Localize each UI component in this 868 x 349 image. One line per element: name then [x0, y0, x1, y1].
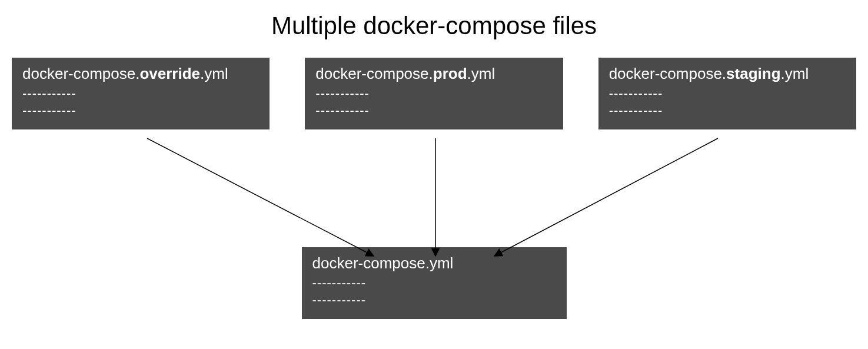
file-content-placeholder: -----------	[315, 85, 552, 102]
filename-override: docker-compose.override.yml	[22, 65, 259, 83]
arrow-staging-to-base	[494, 138, 718, 256]
filename-base: docker-compose.yml	[312, 254, 556, 272]
filename-prefix: docker-compose.	[315, 65, 433, 82]
file-box-base: docker-compose.yml ----------- ---------…	[302, 247, 567, 319]
file-content-placeholder: -----------	[22, 102, 259, 119]
file-content-placeholder: -----------	[312, 275, 556, 292]
filename-staging: docker-compose.staging.yml	[609, 65, 846, 83]
filename-bold: override	[139, 65, 200, 82]
filename-bold: staging	[726, 65, 780, 82]
file-content-placeholder: -----------	[609, 102, 846, 119]
file-box-prod: docker-compose.prod.yml ----------- ----…	[305, 58, 563, 129]
filename-prod: docker-compose.prod.yml	[315, 65, 552, 83]
filename-suffix: .yml	[200, 65, 228, 82]
file-box-override: docker-compose.override.yml ----------- …	[12, 58, 270, 129]
filename-suffix: .yml	[781, 65, 809, 82]
file-content-placeholder: -----------	[315, 102, 552, 119]
file-content-placeholder: -----------	[609, 85, 846, 102]
file-box-staging: docker-compose.staging.yml ----------- -…	[598, 58, 856, 129]
top-files-row: docker-compose.override.yml ----------- …	[0, 58, 868, 129]
filename-prefix: docker-compose.	[609, 65, 726, 82]
filename-bold: prod	[433, 65, 467, 82]
file-content-placeholder: -----------	[22, 85, 259, 102]
filename-prefix: docker-compose.	[22, 65, 139, 82]
diagram-title: Multiple docker-compose files	[0, 0, 868, 58]
filename-suffix: .yml	[467, 65, 495, 82]
bottom-file-wrapper: docker-compose.yml ----------- ---------…	[0, 247, 868, 319]
arrow-override-to-base	[147, 138, 374, 256]
file-content-placeholder: -----------	[312, 292, 556, 309]
